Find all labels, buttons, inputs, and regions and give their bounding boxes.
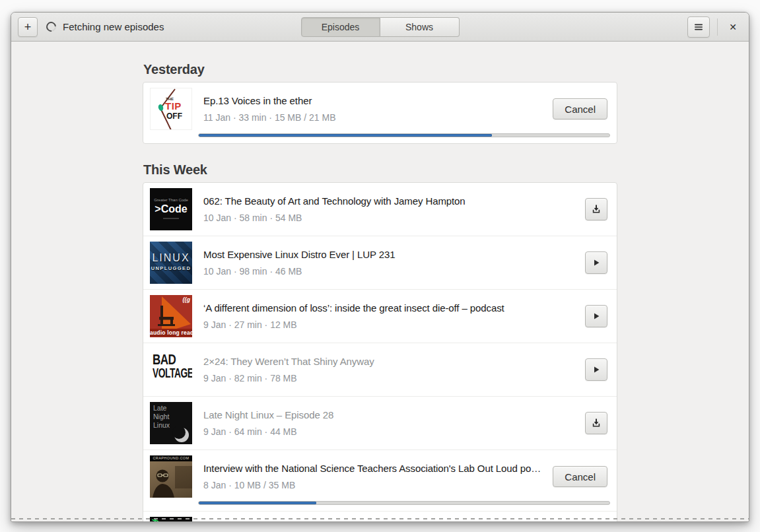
- window-close-button[interactable]: ✕: [724, 18, 742, 36]
- app-window: + Fetching new episodes Episodes Shows: [11, 12, 749, 522]
- add-podcast-button[interactable]: +: [18, 17, 38, 37]
- download-progress-bar: [198, 501, 610, 505]
- play-button[interactable]: [585, 305, 607, 327]
- podcast-cover-the-tip-off: THE TIP OFF: [150, 88, 192, 130]
- episode-title: 2×24: They Weren’t That Shiny Anyway: [203, 356, 577, 367]
- episode-meta: 9 Jan · 27 min · 12 MB: [203, 319, 577, 330]
- header-right-controls: ✕: [687, 17, 742, 38]
- episode-row-late-night-linux: Late Night Linux Late Night Linux – Epis…: [143, 396, 617, 449]
- section-title-yesterday: Yesterday: [143, 61, 617, 77]
- download-progress-fill: [199, 134, 492, 137]
- menu-button[interactable]: [687, 17, 710, 38]
- download-button[interactable]: [585, 412, 607, 434]
- close-icon: ✕: [729, 22, 737, 32]
- play-button[interactable]: [585, 358, 607, 381]
- episode-meta: 9 Jan · 64 min · 44 MB: [203, 426, 577, 437]
- play-button[interactable]: [585, 251, 607, 274]
- episode-title: Ep.13 Voices in the ether: [203, 95, 545, 106]
- episode-meta: 10 Jan · 98 min · 46 MB: [203, 266, 577, 277]
- cancel-download-button[interactable]: Cancel: [553, 98, 607, 119]
- episode-meta: 9 Jan · 82 min · 78 MB: [203, 373, 577, 383]
- logo-text: Greater Than Code: [150, 198, 192, 202]
- podcast-cover-craphound: CRAPHOUND.COM: [150, 455, 192, 498]
- play-icon: [591, 364, 602, 375]
- episode-title: Late Night Linux – Episode 28: [203, 409, 577, 420]
- play-icon: [591, 257, 602, 268]
- scroll-undershoot-indicator: [11, 518, 749, 519]
- this-week-card: Greater Than Code >Code 062: The Beauty …: [143, 182, 617, 521]
- episode-title: 062: The Beauty of Art and Technology wi…: [203, 195, 577, 207]
- podcast-cover-bad-voltage: BAD VOLTAGE: [150, 349, 192, 391]
- episodes-view: Yesterday THE TIP OFF Ep.13 Voices in: [11, 42, 749, 521]
- download-icon: [591, 418, 602, 428]
- episode-row-greater-than-code: Greater Than Code >Code 062: The Beauty …: [143, 183, 617, 236]
- podcast-cover-late-night-linux: Late Night Linux: [150, 402, 192, 444]
- logo-text: TIP: [165, 100, 182, 112]
- episode-title: Interview with the National Science Teac…: [203, 463, 545, 474]
- download-progress-fill: [199, 502, 316, 504]
- logo-text: OFF: [166, 112, 182, 121]
- download-progress-bar: [198, 133, 610, 137]
- episode-row-linux-unplugged: LINUX UNPLUGGED Most Expensive Linux Dis…: [143, 236, 617, 289]
- status-text: Fetching new episodes: [63, 21, 164, 32]
- logo-text: LINUX: [150, 252, 192, 264]
- podcast-cover-linux-unplugged: LINUX UNPLUGGED: [150, 242, 192, 284]
- episode-title: ‘A different dimension of loss’: inside …: [203, 302, 577, 314]
- tab-shows[interactable]: Shows: [380, 17, 460, 37]
- logo-text: UNPLUGGED: [150, 265, 192, 271]
- view-switcher: Episodes Shows: [301, 17, 460, 37]
- logo-text: >Code: [150, 203, 192, 215]
- podcast-cover-greater-than-code: Greater Than Code >Code: [150, 188, 192, 230]
- episode-title: Most Expensive Linux Distro Ever | LUP 2…: [203, 249, 577, 260]
- episode-meta: 8 Jan · 10 MB / 35 MB: [203, 480, 545, 490]
- header-separator: [717, 18, 718, 36]
- header-bar: + Fetching new episodes Episodes Shows: [11, 13, 749, 42]
- logo-text: VOLTAGE: [153, 366, 192, 380]
- logo-pattern: [179, 521, 190, 521]
- tab-shows-label: Shows: [405, 22, 433, 32]
- logo-glyph: ((g: [183, 296, 191, 303]
- plus-icon: +: [24, 21, 32, 33]
- episode-row-audio-long-reads: ((g audio long reads ‘A different dimens…: [143, 289, 617, 343]
- hamburger-menu-icon: [693, 22, 704, 32]
- spinner-icon: [44, 20, 58, 34]
- craphound-artwork: [150, 455, 192, 498]
- episode-meta: 11 Jan · 33 min · 15 MB / 21 MB: [203, 112, 545, 123]
- section-title-this-week: This Week: [143, 162, 617, 178]
- tab-episodes-label: Episodes: [322, 22, 360, 32]
- logo-text: CRAPHOUND.COM: [150, 455, 192, 461]
- episode-row-tip-off: THE TIP OFF Ep.13 Voices in the ether 11…: [143, 83, 617, 143]
- episode-row-bad-voltage: BAD VOLTAGE 2×24: They Weren’t That Shin…: [143, 343, 617, 396]
- crescent-moon-artwork: [150, 402, 192, 444]
- episode-row-irl: ≫ IRL Bot or Not: [143, 511, 617, 521]
- cancel-download-button[interactable]: Cancel: [553, 466, 607, 487]
- yesterday-card: THE TIP OFF Ep.13 Voices in the ether 11…: [143, 82, 617, 144]
- play-icon: [591, 311, 602, 321]
- download-button[interactable]: [585, 198, 607, 220]
- download-icon: [591, 204, 602, 215]
- tab-episodes[interactable]: Episodes: [301, 17, 380, 37]
- episode-row-craphound: CRAPHOUND.COM Interview with the Nationa…: [143, 449, 617, 511]
- episode-meta: 10 Jan · 58 min · 54 MB: [203, 213, 577, 223]
- podcast-cover-audio-long-reads: ((g audio long reads: [150, 295, 192, 337]
- logo-rule: [163, 218, 179, 219]
- logo-text: audio long reads: [150, 329, 192, 337]
